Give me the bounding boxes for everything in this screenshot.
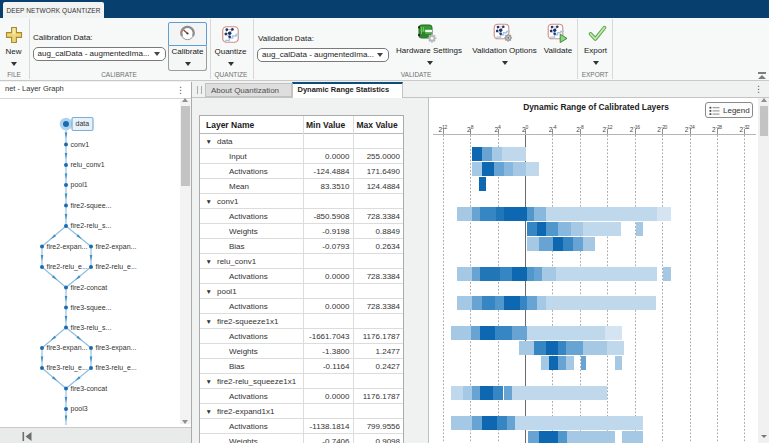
svg-text:fire3-relu_s...: fire3-relu_s... — [71, 324, 112, 332]
svg-text:fire3-expan...: fire3-expan... — [47, 344, 88, 352]
svg-text:data: data — [76, 120, 90, 127]
svg-text:fire3-expan...: fire3-expan... — [96, 344, 137, 352]
svg-text:fire3-relu_e...: fire3-relu_e... — [47, 364, 88, 372]
svg-text:fire2-concat: fire2-concat — [71, 284, 108, 291]
svg-text:fire2-relu_e...: fire2-relu_e... — [47, 263, 88, 271]
svg-text:fire3-squee...: fire3-squee... — [71, 304, 112, 312]
svg-text:fire3-concat: fire3-concat — [71, 385, 108, 392]
svg-text:fire2-relu_e...: fire2-relu_e... — [96, 263, 137, 271]
svg-text:conv1: conv1 — [71, 141, 90, 148]
svg-text:fire3-relu_e...: fire3-relu_e... — [96, 364, 137, 372]
svg-text:pool1: pool1 — [71, 181, 88, 189]
svg-text:fire2-expan...: fire2-expan... — [47, 243, 88, 251]
svg-text:fire2-expan...: fire2-expan... — [96, 243, 137, 251]
svg-text:fire2-squee...: fire2-squee... — [71, 202, 112, 210]
svg-text:fire2-relu_s...: fire2-relu_s... — [71, 222, 112, 230]
svg-text:pool3: pool3 — [71, 405, 88, 413]
svg-text:relu_conv1: relu_conv1 — [71, 161, 105, 169]
